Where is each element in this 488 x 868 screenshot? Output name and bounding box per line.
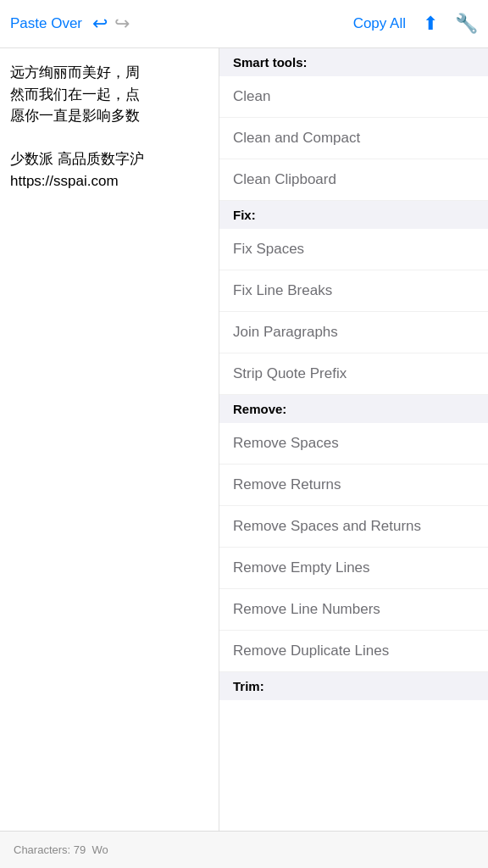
paste-over-button[interactable]: Paste Over: [10, 15, 82, 32]
content-line: 愿你一直是影响多数: [10, 105, 208, 127]
menu-item-remove-duplicate-lines[interactable]: Remove Duplicate Lines: [219, 631, 488, 672]
menu-item-fix-spaces[interactable]: Fix Spaces: [219, 229, 488, 270]
menu-item-clean[interactable]: Clean: [219, 76, 488, 118]
menu-section-header-fix: Fix:: [219, 201, 488, 229]
menu-item-join-paragraphs[interactable]: Join Paragraphs: [219, 312, 488, 353]
content-line: 然而我们在一起，点: [10, 84, 208, 106]
copy-all-button[interactable]: Copy All: [353, 15, 406, 32]
menu-item-remove-empty-lines[interactable]: Remove Empty Lines: [219, 548, 488, 589]
text-editor[interactable]: 远方绚丽而美好，周然而我们在一起，点愿你一直是影响多数 少数派 高品质数字沪ht…: [0, 48, 219, 831]
menu-section-header-remove: Remove:: [219, 395, 488, 423]
content-text: 远方绚丽而美好，周然而我们在一起，点愿你一直是影响多数 少数派 高品质数字沪ht…: [10, 62, 208, 192]
menu-section-header-smart_tools: Smart tools:: [219, 48, 488, 76]
menu-item-fix-line-breaks[interactable]: Fix Line Breaks: [219, 270, 488, 312]
characters-count: Characters: 79: [14, 843, 86, 856]
menu-item-remove-spaces[interactable]: Remove Spaces: [219, 423, 488, 465]
share-button[interactable]: ⬆: [423, 13, 438, 35]
content-line: [10, 127, 208, 149]
words-count: Wo: [92, 843, 108, 856]
toolbar: Paste Over ↩ ↪ Copy All ⬆ 🔧: [0, 0, 488, 48]
content-line: 远方绚丽而美好，周: [10, 62, 208, 84]
undo-button[interactable]: ↩: [92, 13, 108, 35]
menu-item-remove-returns[interactable]: Remove Returns: [219, 465, 488, 506]
content-line: 少数派 高品质数字沪: [10, 148, 208, 170]
content-line: https://sspai.com: [10, 170, 208, 192]
menu-item-clean-clipboard[interactable]: Clean Clipboard: [219, 159, 488, 201]
smart-tools-dropdown: Smart tools:CleanClean and CompactClean …: [219, 48, 488, 831]
menu-item-strip-quote-prefix[interactable]: Strip Quote Prefix: [219, 353, 488, 395]
menu-item-clean-and-compact[interactable]: Clean and Compact: [219, 118, 488, 159]
redo-button[interactable]: ↪: [114, 13, 130, 35]
menu-item-remove-line-numbers[interactable]: Remove Line Numbers: [219, 589, 488, 631]
bottom-bar: Characters: 79 Wo: [0, 831, 488, 868]
menu-item-remove-spaces-and-returns[interactable]: Remove Spaces and Returns: [219, 506, 488, 548]
menu-section-header-trim: Trim:: [219, 672, 488, 700]
wrench-button[interactable]: 🔧: [455, 13, 478, 35]
